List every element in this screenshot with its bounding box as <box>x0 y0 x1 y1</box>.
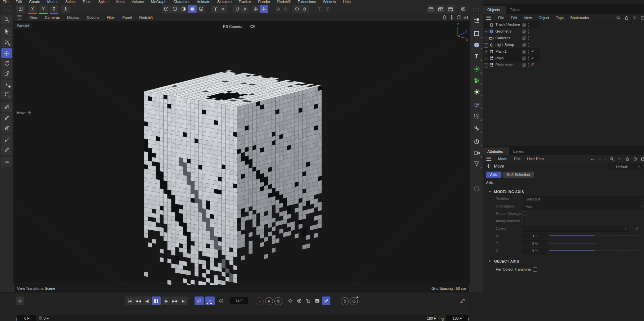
tree-row-plain-1[interactable]: + Plain.1 ✓ <box>483 48 540 55</box>
move-tool[interactable] <box>1 48 12 58</box>
modeling-hex-pen-tool[interactable] <box>1 123 12 133</box>
om-menu-tags[interactable]: Tags <box>556 16 564 20</box>
motext-button[interactable]: T <box>471 51 482 61</box>
visibility-dots[interactable] <box>528 63 529 67</box>
tab-attributes[interactable]: Attributes <box>483 147 509 156</box>
axis-cube-button[interactable] <box>471 111 482 121</box>
current-frame-field[interactable]: 14 F <box>230 297 248 304</box>
menu-modes[interactable]: Modes <box>47 0 58 4</box>
tab-takes[interactable]: Takes <box>506 6 526 14</box>
coordinate-system-icon[interactable] <box>61 5 70 13</box>
y-strength-slider[interactable] <box>549 243 595 243</box>
menu-simulate[interactable]: Simulate <box>217 0 232 4</box>
viewport-3d-canvas[interactable] <box>13 21 470 285</box>
preset-dropdown[interactable]: Default <box>608 164 636 170</box>
vp-menu-view[interactable]: View <box>30 15 38 19</box>
camera-label[interactable]: RS Camera <box>223 25 242 29</box>
om-hamburger-icon[interactable] <box>486 16 491 20</box>
isolation-hex-half-icon[interactable] <box>179 5 188 13</box>
circle-a-icon[interactable]: A <box>323 5 332 13</box>
isolation-hex-broken-icon[interactable] <box>197 5 205 13</box>
instance-button[interactable] <box>471 123 482 134</box>
scale-tool[interactable] <box>1 68 12 78</box>
pause-button[interactable] <box>152 296 161 305</box>
menu-mesh[interactable]: Mesh <box>116 0 125 4</box>
projection-label[interactable]: Parallel <box>14 23 32 29</box>
record-position-button[interactable] <box>286 296 294 305</box>
menu-animate[interactable]: Animate <box>197 0 210 4</box>
menu-character[interactable]: Character <box>173 0 190 4</box>
om-filter-icon[interactable] <box>632 15 637 20</box>
record-keyframe-button[interactable] <box>256 297 264 305</box>
tree-row-plain[interactable]: + Plain ✓ <box>483 55 540 62</box>
forward-arrow-icon[interactable]: → <box>597 156 602 162</box>
along-normals-checkbox[interactable] <box>523 219 527 223</box>
menu-select[interactable]: Select <box>65 0 76 4</box>
z-strength-slider[interactable] <box>549 250 595 251</box>
layer-toggle[interactable] <box>522 36 526 40</box>
effector-button[interactable] <box>471 87 482 97</box>
menu-edit[interactable]: Edit <box>16 0 22 4</box>
keyframe-settings-button[interactable] <box>274 297 282 305</box>
next-key-button[interactable]: ▶◆ <box>171 296 179 305</box>
expand-icon[interactable]: + <box>484 37 488 41</box>
orientation-dropdown[interactable]: Axis▼ <box>523 203 644 210</box>
snap-settings-gear-icon[interactable] <box>240 5 249 13</box>
per-object-transform-checkbox[interactable] <box>533 267 537 272</box>
vp-menu-panel[interactable]: Panel <box>122 15 132 19</box>
expand-icon[interactable]: + <box>484 63 488 68</box>
goto-start-button[interactable]: |◀ <box>125 296 134 305</box>
transform-tool[interactable] <box>1 80 12 89</box>
rotate-tool[interactable] <box>1 58 12 68</box>
menu-file[interactable]: File <box>3 0 9 4</box>
menu-window[interactable]: Window <box>323 0 336 4</box>
section-object-axis[interactable]: ▼OBJECT AXIS <box>488 259 519 263</box>
visibility-dots[interactable] <box>528 56 529 60</box>
keyframe-mouse-button[interactable] <box>341 297 349 305</box>
expand-icon[interactable]: + <box>484 30 488 34</box>
expand-icon[interactable]: + <box>484 50 488 54</box>
next-frame-button[interactable]: |▶ <box>162 296 170 305</box>
expand-timeline-icon[interactable] <box>458 296 467 305</box>
document-icon[interactable] <box>16 5 25 13</box>
om-menu-bookmarks[interactable]: Bookmarks <box>570 16 589 20</box>
attr-menu-mode[interactable]: Mode <box>498 157 507 161</box>
soft-selection-button[interactable]: Soft Selection <box>503 172 534 178</box>
om-menu-object[interactable]: Object <box>538 16 549 20</box>
tree-row-geometry[interactable]: + Geometry <box>483 28 644 35</box>
z-strength-field[interactable]: 0 % <box>523 248 547 254</box>
cube-primitive-button[interactable] <box>471 40 482 50</box>
om-menu-edit[interactable]: Edit <box>511 16 517 20</box>
object-link-field[interactable]: ▼ <box>523 226 629 232</box>
layer-toggle[interactable] <box>522 43 526 47</box>
annotation-button[interactable] <box>471 183 482 194</box>
x-strength-field[interactable]: 0 % <box>523 233 547 239</box>
visibility-dots[interactable] <box>528 50 529 54</box>
position-dropdown[interactable]: Selected▼ <box>523 196 644 202</box>
commander-search-icon[interactable] <box>1 15 12 25</box>
loop-playback-button[interactable] <box>195 296 204 305</box>
circle-dot-icon[interactable] <box>315 5 324 13</box>
tab-layers[interactable]: Layers <box>509 147 530 156</box>
cloner-button[interactable] <box>471 75 482 86</box>
menu-spline[interactable]: Spline <box>98 0 109 4</box>
record-parameter-button[interactable] <box>313 296 321 305</box>
menu-tracker[interactable]: Tracker <box>239 0 251 4</box>
spline-smooth-tool[interactable] <box>1 102 12 112</box>
keyframe-rotate-button[interactable] <box>350 297 358 305</box>
range-end-field[interactable]: 180 F <box>446 315 468 321</box>
render-play-icon[interactable] <box>436 5 445 13</box>
record-rotation-button[interactable] <box>295 296 303 305</box>
knife-tool[interactable] <box>1 145 12 155</box>
keyframe-diamond-button[interactable] <box>16 296 24 305</box>
polygon-pen-tool[interactable] <box>1 113 12 123</box>
x-strength-slider[interactable] <box>549 235 595 236</box>
om-menu-file[interactable]: File <box>498 16 504 20</box>
retain-changes-checkbox[interactable] <box>523 212 527 216</box>
menu-create[interactable]: Create <box>29 0 40 4</box>
om-menu-view[interactable]: View <box>524 16 532 20</box>
visibility-dots[interactable] <box>528 23 529 27</box>
menu-extensions[interactable]: Extensions <box>298 0 316 4</box>
live-selection-tool[interactable] <box>1 27 12 36</box>
attr-hamburger-icon[interactable] <box>486 157 491 161</box>
